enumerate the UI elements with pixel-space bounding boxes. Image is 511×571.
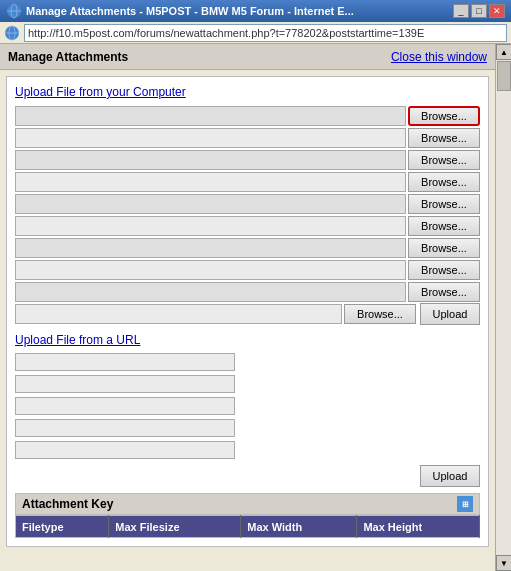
browse-button-7[interactable]: Browse... <box>408 238 480 258</box>
file-input-5[interactable] <box>15 194 406 214</box>
browse-button-6[interactable]: Browse... <box>408 216 480 236</box>
browse-button-2[interactable]: Browse... <box>408 128 480 148</box>
browse-button-8[interactable]: Browse... <box>408 260 480 280</box>
file-upload-grid: Browse... Browse... Browse... Browse... <box>15 105 480 325</box>
browse-button-9[interactable]: Browse... <box>408 282 480 302</box>
file-row: Browse... <box>15 171 480 193</box>
file-input-7[interactable] <box>15 238 406 258</box>
url-lines <box>15 353 480 461</box>
title-bar: Manage Attachments - M5POST - BMW M5 For… <box>0 0 511 22</box>
browse-button-5[interactable]: Browse... <box>408 194 480 214</box>
window-controls: _ □ ✕ <box>453 4 505 18</box>
file-row: Browse... <box>15 259 480 281</box>
url-input-5[interactable] <box>15 441 235 459</box>
file-input-6[interactable] <box>15 216 406 236</box>
url-input-1[interactable] <box>15 353 235 371</box>
url-input-2[interactable] <box>15 375 235 393</box>
scrollbar[interactable]: ▲ ▼ <box>495 44 511 571</box>
col-max-width: Max Width <box>241 516 357 538</box>
browse-button-1[interactable]: Browse... <box>408 106 480 126</box>
col-max-height: Max Height <box>357 516 480 538</box>
col-max-filesize: Max Filesize <box>109 516 241 538</box>
file-row: Browse... <box>15 193 480 215</box>
upload-url-section: Upload File from a URL Upload <box>15 333 480 487</box>
file-row: Browse... <box>15 105 480 127</box>
close-window-link[interactable]: Close this window <box>391 50 487 64</box>
attachment-key-section: Attachment Key ⊞ Filetype Max Filesize <box>15 493 480 538</box>
upload-computer-button[interactable]: Upload <box>420 303 480 325</box>
minimize-button[interactable]: _ <box>453 4 469 18</box>
browse-button-10[interactable]: Browse... <box>344 304 416 324</box>
window-title: Manage Attachments - M5POST - BMW M5 For… <box>26 5 453 17</box>
manage-title: Manage Attachments <box>8 50 128 64</box>
file-input-10[interactable] <box>15 304 342 324</box>
attachment-key-title: Attachment Key <box>22 497 113 511</box>
maximize-button[interactable]: □ <box>471 4 487 18</box>
file-row: Browse... <box>15 237 480 259</box>
upload-computer-label: Upload File from your Computer <box>15 85 480 99</box>
scroll-thumb[interactable] <box>497 61 511 91</box>
attachment-key-header: Attachment Key ⊞ <box>15 493 480 515</box>
browse-button-3[interactable]: Browse... <box>408 150 480 170</box>
address-icon <box>4 25 20 41</box>
address-input[interactable] <box>24 24 507 42</box>
file-input-3[interactable] <box>15 150 406 170</box>
url-input-4[interactable] <box>15 419 235 437</box>
browser-icon <box>6 3 22 19</box>
file-input-1[interactable] <box>15 106 406 126</box>
file-row: Browse... <box>15 149 480 171</box>
url-upload-row: Upload <box>15 465 480 487</box>
svg-text:⊞: ⊞ <box>462 500 469 509</box>
address-bar <box>0 22 511 44</box>
file-input-2[interactable] <box>15 128 406 148</box>
upload-computer-section: Upload File from your Computer Browse...… <box>15 85 480 325</box>
attachment-key-table: Filetype Max Filesize Max Width Max Heig… <box>15 515 480 538</box>
scroll-down-arrow[interactable]: ▼ <box>496 555 511 571</box>
upload-url-label: Upload File from a URL <box>15 333 480 347</box>
file-input-8[interactable] <box>15 260 406 280</box>
window-close-button[interactable]: ✕ <box>489 4 505 18</box>
scroll-track[interactable] <box>496 60 511 555</box>
col-filetype: Filetype <box>16 516 109 538</box>
content-area: Upload File from your Computer Browse...… <box>6 76 489 547</box>
upload-url-button[interactable]: Upload <box>420 465 480 487</box>
file-row: Browse... <box>15 127 480 149</box>
key-icon: ⊞ <box>457 496 473 512</box>
manage-header: Manage Attachments Close this window <box>0 44 495 70</box>
file-input-9[interactable] <box>15 282 406 302</box>
file-input-4[interactable] <box>15 172 406 192</box>
scroll-up-arrow[interactable]: ▲ <box>496 44 511 60</box>
file-row: Browse... <box>15 281 480 303</box>
url-input-3[interactable] <box>15 397 235 415</box>
browse-button-4[interactable]: Browse... <box>408 172 480 192</box>
file-row: Browse... Upload <box>15 303 480 325</box>
file-row: Browse... <box>15 215 480 237</box>
